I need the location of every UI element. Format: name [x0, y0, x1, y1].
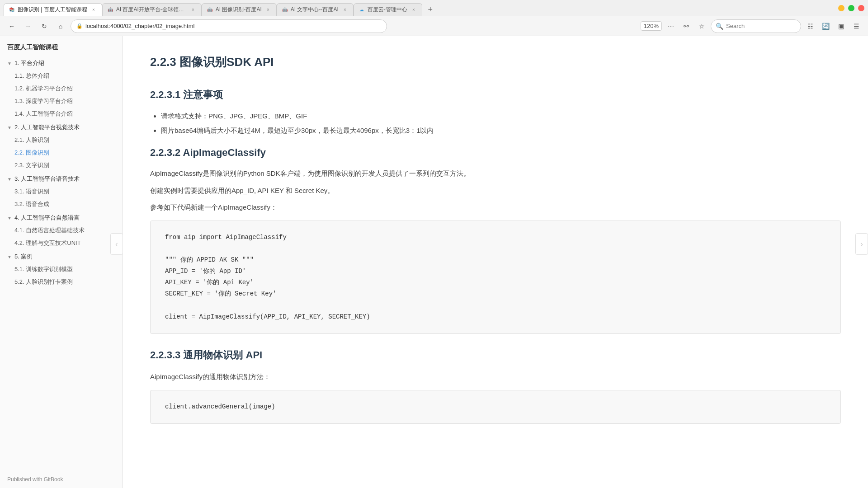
sidebar-section-s3: ▼3. 人工智能平台语音技术3.1. 语音识别3.2. 语音合成: [0, 173, 123, 211]
title-bar: 📚 图像识别 | 百度人工智能课程 × 🤖 AI 百度AI开放平台-全球领先的A…: [0, 0, 868, 16]
sidebar-item-s2_3[interactable]: 2.3. 文字识别: [0, 159, 123, 172]
code-line: SECRET_KEY = '你的 Secret Key': [165, 288, 826, 300]
code-block-2: client.advancedGeneral(image): [150, 390, 841, 424]
tab-title-tab3: AI 图像识别-百度AI: [216, 6, 262, 14]
tab-title-tab2: AI 百度AI开放平台-全球领先的A...: [116, 6, 187, 14]
forward-button[interactable]: →: [22, 20, 34, 33]
tab-tab3[interactable]: 🤖 AI 图像识别-百度AI ×: [202, 3, 277, 16]
tab-title-tab1: 图像识别 | 百度人工智能课程: [18, 6, 87, 14]
sidebar-item-s1_3[interactable]: 1.3. 深度学习平台介绍: [0, 95, 123, 108]
nav-arrow-right[interactable]: ›: [855, 233, 868, 255]
section-221-title: 2.2.3.1 注意事项: [150, 88, 841, 102]
new-tab-button[interactable]: +: [424, 3, 437, 16]
sidebar-group-s5[interactable]: ▼5. 案例: [0, 250, 123, 263]
bookmark-button[interactable]: ☆: [695, 20, 708, 33]
section-222-title: 2.2.3.2 AipImageClassify: [150, 147, 841, 159]
tab-close-tab1[interactable]: ×: [90, 6, 97, 14]
tab-favicon-tab5: ☁: [359, 7, 365, 13]
home-button[interactable]: ⌂: [54, 20, 67, 33]
tab-close-tab3[interactable]: ×: [264, 6, 272, 14]
close-window-button[interactable]: ×: [858, 5, 864, 11]
code-line: API_KEY = '你的 Api Key': [165, 277, 826, 288]
tab-tab4[interactable]: 🤖 AI 文字中心--百度AI ×: [277, 3, 354, 16]
maximize-button[interactable]: +: [848, 5, 854, 11]
search-icon: 🔍: [716, 23, 723, 30]
sidebar-item-s4_2[interactable]: 4.2. 理解与交互技术UNIT: [0, 237, 123, 249]
search-bar[interactable]: 🔍: [711, 19, 801, 33]
minimize-button[interactable]: −: [838, 5, 844, 11]
code-line: """ 你的 APPID AK SK """: [165, 254, 826, 266]
sidebar-item-s2_1[interactable]: 2.1. 人脸识别: [0, 134, 123, 146]
reader-view-button[interactable]: ☷: [804, 20, 816, 33]
chevron-icon-s3: ▼: [7, 177, 12, 182]
tab-favicon-tab4: 🤖: [282, 7, 288, 13]
tab-favicon-tab1: 📚: [9, 7, 15, 13]
pocket-button[interactable]: ⚯: [680, 20, 693, 33]
section-221-bullets: 请求格式支持：PNG、JPG、JPEG、BMP、GIF图片base64编码后大小…: [161, 111, 841, 136]
tab-title-tab5: 百度云-管理中心: [368, 6, 407, 14]
tab-favicon-tab2: 🤖: [107, 7, 113, 13]
url-bar[interactable]: 🔒 localhost:4000/02_chapter/02_image.htm…: [71, 19, 387, 33]
tab-tab5[interactable]: ☁ 百度云-管理中心 ×: [354, 3, 422, 16]
tab-close-tab4[interactable]: ×: [341, 6, 349, 14]
sidebar-group-s2[interactable]: ▼2. 人工智能平台视觉技术: [0, 121, 123, 134]
sidebar-group-s1[interactable]: ▼1. 平台介绍: [0, 57, 123, 70]
chevron-icon-s1: ▼: [7, 61, 12, 66]
sidebar-item-s3_2[interactable]: 3.2. 语音合成: [0, 198, 123, 211]
screenshot-button[interactable]: ▣: [835, 20, 847, 33]
chevron-icon-s2: ▼: [7, 125, 12, 130]
main-section-title: 2.2.3 图像识别SDK API: [150, 54, 841, 74]
code-line: [165, 243, 826, 254]
sidebar-group-s4[interactable]: ▼4. 人工智能平台自然语言: [0, 211, 123, 224]
sidebar-group-label-s4: 4. 人工智能平台自然语言: [14, 214, 80, 222]
main-area: 百度人工智能课程 ▼1. 平台介绍1.1. 总体介绍1.2. 机器学习平台介绍1…: [0, 36, 868, 488]
zoom-indicator: 120%: [641, 21, 662, 31]
sidebar-item-s3_1[interactable]: 3.1. 语音识别: [0, 185, 123, 198]
sidebar-item-s1_2[interactable]: 1.2. 机器学习平台介绍: [0, 82, 123, 95]
sidebar-item-s1_4[interactable]: 1.4. 人工智能平台介绍: [0, 108, 123, 120]
back-button[interactable]: ←: [5, 20, 18, 33]
sync-button[interactable]: 🔄: [819, 20, 832, 33]
section-223-p1: AipImageClassify的通用物体识别方法：: [150, 371, 841, 383]
content-area: 2.2.3 图像识别SDK API 2.2.3.1 注意事项 请求格式支持：PN…: [123, 36, 868, 488]
search-input[interactable]: [726, 23, 780, 29]
bullet-item: 请求格式支持：PNG、JPG、JPEG、BMP、GIF: [161, 111, 841, 122]
code-line: from aip import AipImageClassify: [165, 232, 826, 243]
more-options-button[interactable]: ⋯: [665, 20, 677, 33]
sidebar-item-s5_1[interactable]: 5.1. 训练数字识别模型: [0, 263, 123, 276]
sidebar-item-s2_2[interactable]: 2.2. 图像识别: [0, 146, 123, 159]
sidebar: 百度人工智能课程 ▼1. 平台介绍1.1. 总体介绍1.2. 机器学习平台介绍1…: [0, 36, 123, 488]
sidebar-group-label-s1: 1. 平台介绍: [14, 59, 44, 67]
nav-bar: ← → ↻ ⌂ 🔒 localhost:4000/02_chapter/02_i…: [0, 16, 868, 36]
bullet-item: 图片base64编码后大小不超过4M，最短边至少30px，最长边最大4096px…: [161, 125, 841, 136]
code-block-1: from aip import AipImageClassify""" 你的 A…: [150, 221, 841, 334]
sidebar-group-s3[interactable]: ▼3. 人工智能平台语音技术: [0, 173, 123, 185]
nav-right: 120% ⋯ ⚯ ☆ 🔍 ☷ 🔄 ▣ ☰: [641, 19, 863, 33]
code-line: client = AipImageClassify(APP_ID, API_KE…: [165, 311, 826, 323]
code-line: APP_ID = '你的 App ID': [165, 266, 826, 277]
sidebar-group-label-s5: 5. 案例: [14, 253, 33, 261]
reload-button[interactable]: ↻: [38, 20, 51, 33]
chevron-icon-s4: ▼: [7, 216, 12, 221]
section-222-p1: AipImageClassify是图像识别的Python SDK客户端，为使用图…: [150, 168, 841, 179]
sidebar-item-s1_1[interactable]: 1.1. 总体介绍: [0, 70, 123, 82]
section-222-p2: 创建实例时需要提供应用的App_ID, API KEY 和 Secret Key…: [150, 185, 841, 197]
code-line: client.advancedGeneral(image): [165, 401, 826, 413]
sidebar-section-s2: ▼2. 人工智能平台视觉技术2.1. 人脸识别2.2. 图像识别2.3. 文字识…: [0, 121, 123, 172]
lock-icon: 🔒: [76, 23, 83, 29]
sidebar-group-label-s2: 2. 人工智能平台视觉技术: [14, 123, 80, 131]
tab-title-tab4: AI 文字中心--百度AI: [291, 6, 339, 14]
tab-tab1[interactable]: 📚 图像识别 | 百度人工智能课程 ×: [4, 3, 102, 16]
sidebar-item-s5_2[interactable]: 5.2. 人脸识别打卡案例: [0, 276, 123, 288]
tab-close-tab5[interactable]: ×: [410, 6, 417, 14]
chevron-icon-s5: ▼: [7, 254, 12, 259]
sidebar-section-s1: ▼1. 平台介绍1.1. 总体介绍1.2. 机器学习平台介绍1.3. 深度学习平…: [0, 57, 123, 120]
menu-button[interactable]: ☰: [850, 20, 863, 33]
sidebar-group-label-s3: 3. 人工智能平台语音技术: [14, 175, 80, 183]
tab-tab2[interactable]: 🤖 AI 百度AI开放平台-全球领先的A... ×: [102, 3, 202, 16]
sidebar-item-s4_1[interactable]: 4.1. 自然语言处理基础技术: [0, 224, 123, 237]
tab-favicon-tab3: 🤖: [207, 7, 213, 13]
sidebar-footer: Published with GitBook: [0, 471, 70, 488]
nav-arrow-left[interactable]: ‹: [110, 233, 123, 255]
tab-close-tab2[interactable]: ×: [189, 6, 197, 14]
